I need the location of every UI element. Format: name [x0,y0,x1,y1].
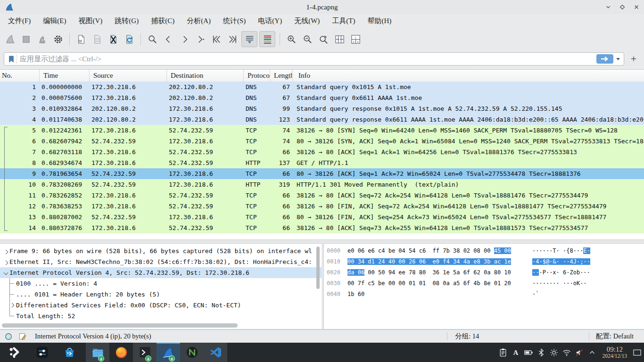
apply-filter-button[interactable] [596,54,613,64]
column-header-info[interactable]: Info [293,70,644,82]
start-capture-button[interactable] [3,32,17,46]
stop-capture-button[interactable] [19,32,33,46]
expander-closed-icon[interactable] [9,302,16,308]
packet-row-14[interactable]: 140.880372876172.30.218.652.74.232.59TCP… [0,222,644,233]
expert-info-button[interactable] [3,332,14,341]
filter-history-caret[interactable] [616,58,620,60]
menu-电话(Y)[interactable]: 电话(Y) [252,16,288,26]
column-header-protocol[interactable]: Protocol [244,70,270,82]
menu-帮助(H)[interactable]: 帮助(H) [361,16,397,26]
taskbar-vscode[interactable] [204,343,227,362]
bluetooth-icon[interactable] [535,343,548,362]
zoom-out-button[interactable] [300,32,314,46]
detail-line[interactable]: Frame 9: 66 bytes on wire (528 bits), 66… [0,246,322,256]
minimize-button[interactable] [604,3,612,11]
go-back-button[interactable] [161,32,175,46]
show-desktop-button[interactable] [632,343,642,362]
column-header-time[interactable]: Time [40,70,90,82]
battery-icon[interactable] [522,343,535,362]
packet-row-6[interactable]: 60.68260794252.74.232.59172.30.218.6TCP7… [0,136,644,147]
capture-comment-button[interactable] [17,332,28,341]
close-button[interactable] [633,3,640,11]
menu-分析(A)[interactable]: 分析(A) [181,16,217,26]
detail-line[interactable]: Internet Protocol Version 4, Src: 52.74.… [0,267,322,278]
reload-file-button[interactable] [122,32,136,46]
zoom-reset-button[interactable] [316,32,330,46]
taskbar-app-launcher[interactable] [3,343,26,362]
taskbar-system-settings[interactable] [30,343,54,362]
open-file-button[interactable] [74,32,88,46]
menu-编辑(E)[interactable]: 编辑(E) [37,16,72,26]
colorize-button[interactable] [259,31,275,47]
packet-row-9[interactable]: 90.78196365452.74.232.59172.30.218.6TCP6… [0,168,644,179]
menu-统计(S)[interactable]: 统计(S) [217,16,252,26]
taskbar-terminal[interactable]: + [133,343,157,362]
packet-row-3[interactable]: 30.010932864202.120.80.2172.30.218.6DNS9… [0,103,644,114]
status-profile[interactable]: 配置: Default [589,332,644,341]
packet-row-5[interactable]: 50.012242361172.30.218.652.74.232.59TCP7… [0,125,644,136]
go-first-button[interactable] [209,32,223,46]
go-to-packet-button[interactable] [193,32,207,46]
resize-columns-button[interactable] [332,32,347,46]
column-header-source[interactable]: Source [90,70,167,82]
save-file-button[interactable]: 01010110 [90,32,104,46]
packet-row-12[interactable]: 120.783638253172.30.218.652.74.232.59TCP… [0,201,644,212]
taskbar-wireshark[interactable]: + [157,343,180,362]
menu-跳转(G)[interactable]: 跳转(G) [108,16,145,26]
packet-row-13[interactable]: 130.88028700252.74.232.59172.30.218.6TCP… [0,212,644,222]
wifi-icon[interactable] [561,343,573,362]
filter-bookmark-icon[interactable] [6,54,17,64]
zoom-in-button[interactable] [284,32,298,46]
packet-row-2[interactable]: 20.000075600172.30.218.6202.120.80.2DNS6… [0,92,644,103]
column-header-length[interactable]: Length [270,70,293,82]
restart-capture-button[interactable] [35,32,49,46]
menu-视图(V)[interactable]: 视图(V) [73,16,109,26]
packet-row-11[interactable]: 110.783262852172.30.218.652.74.232.59TCP… [0,190,644,201]
go-last-button[interactable] [225,32,239,46]
menu-工具(T)[interactable]: 工具(T) [326,16,361,26]
keyboard-layout-icon[interactable]: A [510,343,522,362]
pane-splitter[interactable] [0,239,644,244]
column-header-no[interactable]: No. [0,70,40,82]
taskbar-firefox[interactable] [109,343,133,362]
taskbar-neovim[interactable] [180,343,204,362]
auto-scroll-button[interactable] [241,31,257,47]
packet-row-8[interactable]: 80.682934674172.30.218.652.74.232.59HTTP… [0,157,644,168]
detail-line[interactable]: 0100 .... = Version: 4 [0,278,322,289]
detail-line[interactable]: .... 0101 = Header Length: 20 bytes (5) [0,289,322,300]
detail-line[interactable]: Total Length: 52 [0,311,322,321]
packet-row-7[interactable]: 70.682703118172.30.218.652.74.232.59TCP6… [0,147,644,157]
clock[interactable]: 09:12 2024/12/13 [603,346,627,360]
expander-closed-icon[interactable] [3,259,9,266]
brightness-icon[interactable] [548,343,561,362]
expander-closed-icon[interactable] [3,248,9,255]
detail-line[interactable]: Differentiated Services Field: 0x00 (DSC… [0,300,322,311]
hex-row[interactable]: 0020da 06 00 50 94 ee 78 80 36 1e 5a 6f … [327,267,644,278]
hex-row[interactable]: 0000e0 06 e6 c4 be 04 54 c6 ff 7b 38 02 … [327,246,644,256]
column-header-destination[interactable]: Destination [167,70,244,82]
packet-row-4[interactable]: 40.011740638202.120.80.2172.30.218.6DNS1… [0,114,644,125]
detail-horizontal-scrollbar[interactable] [2,323,238,328]
find-packet-button[interactable] [145,32,159,46]
layout-packets-button[interactable]: 123 [348,32,363,46]
menu-捕获(C)[interactable]: 捕获(C) [145,16,181,26]
add-filter-button[interactable]: + [627,53,640,65]
display-filter-input[interactable] [17,55,596,63]
volume-muted-icon[interactable] [573,343,586,362]
taskbar-discover[interactable] [58,343,81,362]
menu-文件(F)[interactable]: 文件(F) [2,16,37,26]
expander-open-icon[interactable] [3,270,9,277]
go-forward-button[interactable] [177,32,191,46]
menu-无线(W)[interactable]: 无线(W) [288,16,326,26]
hex-row[interactable]: 003000 7f c5 be 00 00 01 01 08 0a a5 6f … [327,278,644,289]
hex-row[interactable]: 001000 34 d1 24 40 00 26 06 e0 f4 34 4a … [327,256,644,267]
capture-options-button[interactable] [51,32,65,46]
detail-line[interactable]: Ethernet II, Src: NewH3CTechno_7b:38:02 … [0,256,322,267]
close-file-button[interactable] [106,32,120,46]
clipboard-icon[interactable] [497,343,510,362]
hex-row[interactable]: 00401b 60·` [327,289,644,300]
detail-vertical-scrollbar[interactable] [316,247,320,289]
taskbar-file-manager[interactable]: + [86,343,109,362]
maximize-button[interactable] [619,3,626,11]
expand-tray-icon[interactable] [586,343,599,362]
